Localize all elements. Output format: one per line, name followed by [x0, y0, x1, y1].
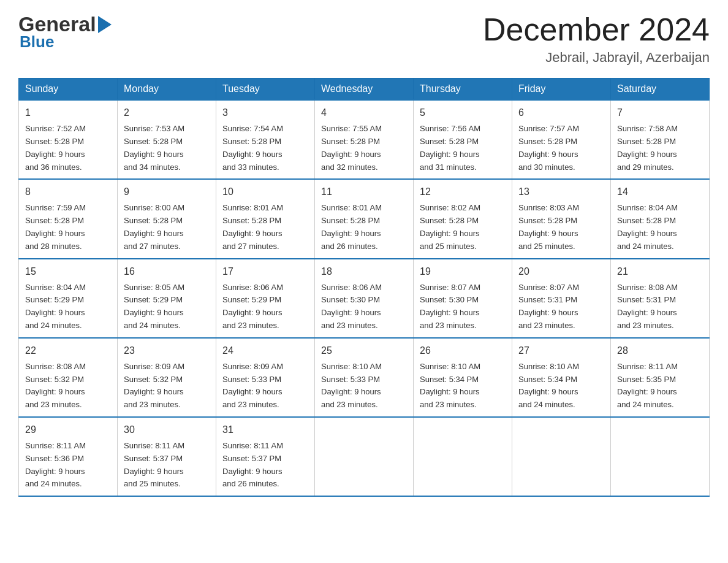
day-number: 28: [617, 343, 703, 358]
day-number: 8: [25, 185, 111, 199]
day-number: 2: [124, 105, 210, 120]
day-number: 18: [321, 264, 407, 279]
day-number: 7: [617, 105, 703, 120]
table-row: 16Sunrise: 8:05 AM Sunset: 5:29 PM Dayli…: [118, 259, 216, 338]
day-info: Sunrise: 8:06 AM Sunset: 5:29 PM Dayligh…: [222, 282, 308, 332]
day-number: 21: [617, 264, 703, 279]
table-row: 8Sunrise: 7:59 AM Sunset: 5:28 PM Daylig…: [19, 179, 118, 258]
day-info: Sunrise: 8:06 AM Sunset: 5:30 PM Dayligh…: [321, 282, 407, 332]
day-number: 13: [518, 185, 604, 199]
table-row: 4Sunrise: 7:55 AM Sunset: 5:28 PM Daylig…: [315, 100, 414, 179]
day-number: 11: [321, 185, 407, 199]
table-row: 7Sunrise: 7:58 AM Sunset: 5:28 PM Daylig…: [611, 100, 710, 179]
calendar-week-row: 8Sunrise: 7:59 AM Sunset: 5:28 PM Daylig…: [19, 179, 710, 258]
table-row: 20Sunrise: 8:07 AM Sunset: 5:31 PM Dayli…: [512, 259, 611, 338]
day-info: Sunrise: 8:04 AM Sunset: 5:29 PM Dayligh…: [25, 282, 111, 332]
col-friday: Friday: [512, 79, 611, 101]
title-section: December 2024 Jebrail, Jabrayil, Azerbai…: [483, 12, 710, 66]
table-row: 23Sunrise: 8:09 AM Sunset: 5:32 PM Dayli…: [118, 338, 216, 417]
day-info: Sunrise: 7:53 AM Sunset: 5:28 PM Dayligh…: [124, 123, 210, 174]
calendar-week-row: 22Sunrise: 8:08 AM Sunset: 5:32 PM Dayli…: [19, 338, 710, 417]
location-subtitle: Jebrail, Jabrayil, Azerbaijan: [483, 50, 710, 66]
col-tuesday: Tuesday: [216, 79, 315, 101]
day-number: 1: [25, 105, 111, 120]
day-info: Sunrise: 8:11 AM Sunset: 5:36 PM Dayligh…: [25, 440, 111, 491]
table-row: 10Sunrise: 8:01 AM Sunset: 5:28 PM Dayli…: [216, 179, 315, 258]
day-number: 24: [222, 343, 308, 358]
day-number: 22: [25, 343, 111, 358]
day-info: Sunrise: 8:11 AM Sunset: 5:37 PM Dayligh…: [222, 440, 308, 491]
day-number: 23: [124, 343, 210, 358]
day-info: Sunrise: 8:04 AM Sunset: 5:28 PM Dayligh…: [617, 202, 703, 253]
table-row: 31Sunrise: 8:11 AM Sunset: 5:37 PM Dayli…: [216, 417, 315, 496]
table-row: 30Sunrise: 8:11 AM Sunset: 5:37 PM Dayli…: [118, 417, 216, 496]
calendar-table: Sunday Monday Tuesday Wednesday Thursday…: [18, 78, 710, 497]
table-row: 5Sunrise: 7:56 AM Sunset: 5:28 PM Daylig…: [414, 100, 512, 179]
day-info: Sunrise: 8:09 AM Sunset: 5:33 PM Dayligh…: [222, 361, 308, 412]
day-info: Sunrise: 8:02 AM Sunset: 5:28 PM Dayligh…: [420, 202, 506, 253]
svg-marker-0: [98, 16, 112, 33]
table-row: 26Sunrise: 8:10 AM Sunset: 5:34 PM Dayli…: [414, 338, 512, 417]
day-info: Sunrise: 8:11 AM Sunset: 5:37 PM Dayligh…: [124, 440, 210, 491]
calendar-week-row: 1Sunrise: 7:52 AM Sunset: 5:28 PM Daylig…: [19, 100, 710, 179]
day-number: 6: [518, 105, 604, 120]
day-info: Sunrise: 7:57 AM Sunset: 5:28 PM Dayligh…: [518, 123, 604, 174]
table-row: 17Sunrise: 8:06 AM Sunset: 5:29 PM Dayli…: [216, 259, 315, 338]
calendar-header-row: Sunday Monday Tuesday Wednesday Thursday…: [19, 79, 710, 101]
logo-arrow-icon: [98, 16, 112, 36]
table-row: 21Sunrise: 8:08 AM Sunset: 5:31 PM Dayli…: [611, 259, 710, 338]
calendar-week-row: 15Sunrise: 8:04 AM Sunset: 5:29 PM Dayli…: [19, 259, 710, 338]
table-row: 2Sunrise: 7:53 AM Sunset: 5:28 PM Daylig…: [118, 100, 216, 179]
day-info: Sunrise: 8:10 AM Sunset: 5:34 PM Dayligh…: [420, 361, 506, 412]
table-row: 13Sunrise: 8:03 AM Sunset: 5:28 PM Dayli…: [512, 179, 611, 258]
table-row: 25Sunrise: 8:10 AM Sunset: 5:33 PM Dayli…: [315, 338, 414, 417]
day-number: 3: [222, 105, 308, 120]
table-row: [512, 417, 611, 496]
col-monday: Monday: [118, 79, 216, 101]
day-info: Sunrise: 8:08 AM Sunset: 5:32 PM Dayligh…: [25, 361, 111, 412]
day-info: Sunrise: 7:59 AM Sunset: 5:28 PM Dayligh…: [25, 202, 111, 253]
day-number: 30: [124, 423, 210, 437]
day-info: Sunrise: 7:58 AM Sunset: 5:28 PM Dayligh…: [617, 123, 703, 174]
table-row: 14Sunrise: 8:04 AM Sunset: 5:28 PM Dayli…: [611, 179, 710, 258]
day-number: 27: [518, 343, 604, 358]
table-row: 12Sunrise: 8:02 AM Sunset: 5:28 PM Dayli…: [414, 179, 512, 258]
table-row: 9Sunrise: 8:00 AM Sunset: 5:28 PM Daylig…: [118, 179, 216, 258]
table-row: 19Sunrise: 8:07 AM Sunset: 5:30 PM Dayli…: [414, 259, 512, 338]
col-sunday: Sunday: [19, 79, 118, 101]
table-row: 6Sunrise: 7:57 AM Sunset: 5:28 PM Daylig…: [512, 100, 611, 179]
day-number: 26: [420, 343, 506, 358]
day-info: Sunrise: 8:07 AM Sunset: 5:30 PM Dayligh…: [420, 282, 506, 332]
table-row: 29Sunrise: 8:11 AM Sunset: 5:36 PM Dayli…: [19, 417, 118, 496]
table-row: 28Sunrise: 8:11 AM Sunset: 5:35 PM Dayli…: [611, 338, 710, 417]
day-info: Sunrise: 8:00 AM Sunset: 5:28 PM Dayligh…: [124, 202, 210, 253]
day-info: Sunrise: 8:07 AM Sunset: 5:31 PM Dayligh…: [518, 282, 604, 332]
table-row: [414, 417, 512, 496]
day-number: 5: [420, 105, 506, 120]
day-info: Sunrise: 8:10 AM Sunset: 5:33 PM Dayligh…: [321, 361, 407, 412]
day-number: 20: [518, 264, 604, 279]
day-number: 17: [222, 264, 308, 279]
table-row: 24Sunrise: 8:09 AM Sunset: 5:33 PM Dayli…: [216, 338, 315, 417]
day-number: 4: [321, 105, 407, 120]
table-row: 3Sunrise: 7:54 AM Sunset: 5:28 PM Daylig…: [216, 100, 315, 179]
day-info: Sunrise: 8:11 AM Sunset: 5:35 PM Dayligh…: [617, 361, 703, 412]
day-info: Sunrise: 8:08 AM Sunset: 5:31 PM Dayligh…: [617, 282, 703, 332]
day-info: Sunrise: 7:56 AM Sunset: 5:28 PM Dayligh…: [420, 123, 506, 174]
day-info: Sunrise: 8:05 AM Sunset: 5:29 PM Dayligh…: [124, 282, 210, 332]
day-number: 10: [222, 185, 308, 199]
day-info: Sunrise: 8:09 AM Sunset: 5:32 PM Dayligh…: [124, 361, 210, 412]
day-info: Sunrise: 8:03 AM Sunset: 5:28 PM Dayligh…: [518, 202, 604, 253]
day-number: 29: [25, 423, 111, 437]
day-number: 9: [124, 185, 210, 199]
table-row: 15Sunrise: 8:04 AM Sunset: 5:29 PM Dayli…: [19, 259, 118, 338]
day-number: 14: [617, 185, 703, 199]
day-number: 31: [222, 423, 308, 437]
month-title: December 2024: [483, 12, 710, 47]
day-number: 15: [25, 264, 111, 279]
day-number: 12: [420, 185, 506, 199]
day-info: Sunrise: 8:01 AM Sunset: 5:28 PM Dayligh…: [222, 202, 308, 253]
table-row: 1Sunrise: 7:52 AM Sunset: 5:28 PM Daylig…: [19, 100, 118, 179]
col-thursday: Thursday: [414, 79, 512, 101]
col-saturday: Saturday: [611, 79, 710, 101]
